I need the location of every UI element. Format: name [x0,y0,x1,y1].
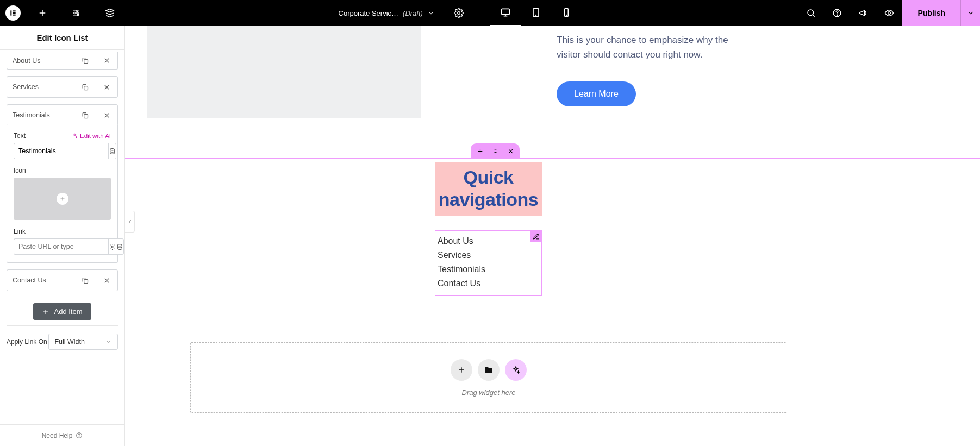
section-outline [125,158,980,299]
add-item-button[interactable]: Add Item [33,303,91,320]
section-handle [471,143,520,159]
list-item-label: Contact Us [7,270,74,291]
icon-field-label: Icon [14,167,111,174]
svg-point-22 [118,244,122,246]
svg-rect-18 [84,86,88,90]
list-item[interactable]: Contact Us [435,277,541,291]
list-item[interactable]: Testimonials [7,104,118,126]
icon-list-widget[interactable]: About Us Services Testimonials Contact U… [435,230,542,296]
document-status: (Draft) [403,9,423,17]
item-text-input[interactable] [14,143,108,159]
whats-new-button[interactable] [850,0,876,26]
add-section-button[interactable] [476,147,484,155]
svg-rect-0 [10,10,11,15]
edit-with-ai-button[interactable]: Edit with AI [72,133,111,139]
need-help-link[interactable]: Need Help [42,432,73,439]
duplicate-item-button[interactable] [74,105,96,125]
finder-search-button[interactable] [798,0,824,26]
svg-rect-3 [13,15,15,16]
document-title-wrap: Corporate Servic… (Draft) [339,9,435,17]
delete-section-button[interactable] [507,147,514,155]
site-settings-button[interactable] [64,0,88,26]
drag-section-handle[interactable] [491,147,499,155]
publish-button[interactable]: Publish [902,0,960,26]
ai-generate-button[interactable] [505,359,527,381]
elementor-logo[interactable] [5,5,21,21]
svg-point-26 [494,149,495,150]
learn-more-button[interactable]: Learn More [557,81,636,106]
icon-picker[interactable] [14,178,111,220]
svg-point-12 [566,15,566,16]
link-field-label: Link [14,228,111,235]
list-item-expanded: Text Edit with AI Icon Link [7,125,118,263]
publish-options-button[interactable] [960,0,980,26]
list-item[interactable]: Testimonials [435,262,541,277]
device-tablet-button[interactable] [521,0,551,26]
add-icon-button[interactable] [57,193,68,205]
chevron-down-icon[interactable] [427,9,435,17]
edit-widget-button[interactable] [530,230,542,242]
duplicate-item-button[interactable] [74,77,96,97]
svg-rect-1 [13,10,15,11]
panel-title: Edit Icon List [0,26,124,50]
page-settings-button[interactable] [447,0,471,26]
svg-rect-17 [84,60,88,64]
dynamic-tags-button[interactable] [108,143,116,159]
list-item[interactable]: Services [7,76,118,98]
apply-link-select[interactable]: Full Width [48,334,118,350]
apply-link-label: Apply Link On [7,338,47,346]
svg-point-25 [79,437,79,437]
cta-text[interactable]: This is your chance to emphasize why the… [557,33,731,62]
duplicate-item-button[interactable] [74,270,96,291]
remove-item-button[interactable] [96,270,117,291]
svg-rect-19 [84,114,88,118]
panel-footer: Need Help [0,424,124,446]
document-title: Corporate Servic… [339,9,399,17]
list-item[interactable]: About Us [435,234,541,248]
duplicate-item-button[interactable] [74,52,96,69]
text-field-label: Text [14,132,26,140]
remove-item-button[interactable] [96,77,117,97]
link-input[interactable] [14,238,108,255]
list-item-label: About Us [7,52,74,69]
add-element-button[interactable] [30,0,54,26]
drop-zone[interactable]: Drag widget here [190,342,787,413]
structure-button[interactable] [98,0,122,26]
list-item[interactable]: Contact Us [7,269,118,291]
svg-point-29 [494,152,495,153]
topbar: Corporate Servic… (Draft) [0,0,980,26]
svg-point-4 [77,10,78,12]
svg-rect-23 [84,279,88,283]
svg-rect-2 [13,12,15,14]
heading-line-1: Quick [435,166,542,189]
link-options-button[interactable] [108,238,116,255]
responsive-device-group [490,0,582,26]
list-item[interactable]: Services [435,248,541,262]
add-widget-button[interactable] [451,359,472,381]
list-item-label: Testimonials [7,105,74,125]
device-desktop-button[interactable] [490,0,521,26]
svg-point-16 [888,12,891,15]
svg-rect-8 [501,9,509,14]
remove-item-button[interactable] [96,52,117,69]
svg-point-13 [808,10,814,16]
svg-point-30 [495,152,496,153]
svg-point-21 [111,246,113,247]
collapse-panel-button[interactable] [125,211,135,233]
image-placeholder[interactable] [147,26,421,118]
remove-item-button[interactable] [96,105,117,125]
list-item[interactable]: About Us [7,52,118,70]
svg-point-5 [74,12,76,14]
svg-point-31 [496,152,497,153]
device-mobile-button[interactable] [551,0,582,26]
dynamic-tags-button[interactable] [116,238,124,255]
preview-button[interactable] [876,0,902,26]
heading-widget[interactable]: Quick navigations [435,162,542,216]
svg-point-10 [535,15,536,16]
list-item-label: Services [7,77,74,97]
help-button[interactable] [824,0,850,26]
svg-point-15 [837,15,838,15]
svg-point-27 [495,149,496,150]
template-library-button[interactable] [478,359,500,381]
svg-point-7 [458,12,460,15]
